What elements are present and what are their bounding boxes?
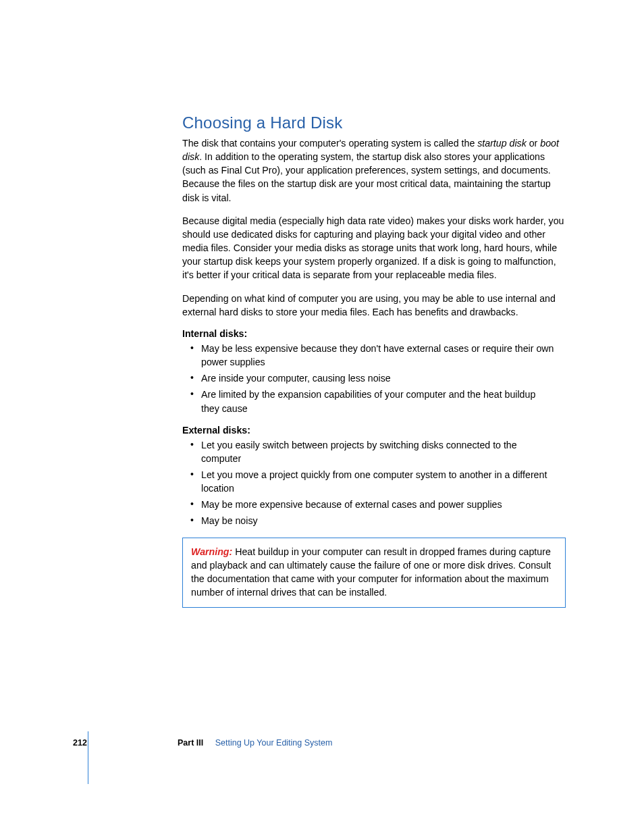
list-item: May be noisy xyxy=(190,514,555,527)
page-footer: 212 Part III Setting Up Your Editing Sys… xyxy=(73,738,559,748)
section-heading: Choosing a Hard Disk xyxy=(182,113,566,132)
text-run: . In addition to the operating system, t… xyxy=(182,151,551,203)
warning-label: Warning: xyxy=(191,546,232,557)
paragraph-1: The disk that contains your computer's o… xyxy=(182,136,566,205)
page-content: Choosing a Hard Disk The disk that conta… xyxy=(182,113,566,608)
paragraph-3: Depending on what kind of computer you a… xyxy=(182,292,566,319)
warning-body: Heat buildup in your computer can result… xyxy=(191,546,551,598)
text-run: The disk that contains your computer's o… xyxy=(182,138,477,149)
term-startup-disk: startup disk xyxy=(477,138,527,149)
list-item: Are limited by the expansion capabilitie… xyxy=(190,388,555,415)
page-number: 212 xyxy=(73,738,178,748)
warning-box: Warning: Heat buildup in your computer c… xyxy=(182,538,566,608)
list-internal-disks: May be less expensive because they don't… xyxy=(190,342,566,415)
list-item: Are inside your computer, causing less n… xyxy=(190,371,555,385)
subhead-internal-disks: Internal disks: xyxy=(182,328,566,339)
warning-text: Warning: Heat buildup in your computer c… xyxy=(191,545,557,600)
part-label: Part III xyxy=(178,738,203,748)
paragraph-2: Because digital media (especially high d… xyxy=(182,214,566,282)
list-item: Let you easily switch between projects b… xyxy=(190,438,555,465)
list-item: Let you move a project quickly from one … xyxy=(190,468,555,495)
list-item: May be less expensive because they don't… xyxy=(190,342,555,369)
list-external-disks: Let you easily switch between projects b… xyxy=(190,438,566,528)
subhead-external-disks: External disks: xyxy=(182,425,566,436)
list-item: May be more expensive because of externa… xyxy=(190,498,555,511)
text-run: or xyxy=(527,138,541,149)
part-title: Setting Up Your Editing System xyxy=(215,738,333,748)
